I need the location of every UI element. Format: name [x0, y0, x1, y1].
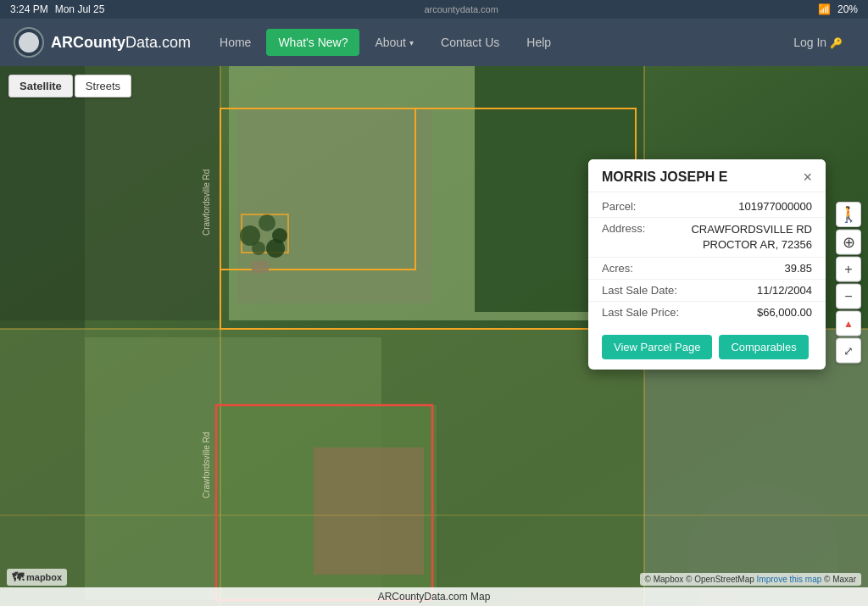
nav-home[interactable]: Home — [208, 29, 263, 56]
nav-login[interactable]: Log In 🔑 — [782, 29, 854, 56]
popup-actions: View Parcel Page Comparables — [588, 326, 826, 370]
map-overlay-buttons: Satellite Streets — [8, 75, 131, 97]
status-bar: 3:24 PM Mon Jul 25 arcountydata.com 📶 20… — [0, 0, 868, 19]
nav-contact[interactable]: Contact Us — [429, 29, 511, 56]
satellite-btn[interactable]: Satellite — [8, 75, 73, 97]
sale-price-label: Last Sale Price: — [602, 306, 679, 319]
navbar: ARCountyData.com Home What's New? About … — [0, 19, 868, 66]
logo[interactable]: ARCountyData.com — [14, 27, 191, 58]
sale-date-value: 11/12/2004 — [757, 284, 812, 297]
map-controls: ⊕ + − ▲ ⤢ — [836, 229, 861, 363]
svg-rect-11 — [314, 448, 424, 575]
status-url: arcountydata.com — [424, 4, 498, 14]
address-value: CRAWFORDSVILLE RD PROCTOR AR, 72356 — [691, 222, 812, 253]
svg-point-24 — [252, 242, 265, 255]
status-time: 3:24 PM — [10, 3, 48, 15]
nav-help[interactable]: Help — [515, 29, 563, 56]
north-button[interactable]: ▲ — [836, 310, 861, 336]
zoom-out-button[interactable]: − — [836, 283, 861, 309]
status-date: Mon Jul 25 — [55, 3, 105, 15]
person-control[interactable]: 🚶 — [836, 202, 861, 227]
popup-address-row: Address: CRAWFORDSVILLE RD PROCTOR AR, 7… — [588, 218, 826, 258]
popup-close-button[interactable]: × — [803, 170, 812, 185]
svg-text:Crawfordsville Rd: Crawfordsville Rd — [202, 170, 211, 236]
mapbox-logo: 🗺 mapbox — [7, 569, 67, 586]
locate-button[interactable]: ⊕ — [836, 229, 861, 254]
map-bottom-bar: ARCountyData.com Map — [0, 587, 868, 606]
popup-sale-date-row: Last Sale Date: 11/12/2004 — [588, 280, 826, 302]
parcel-value: 101977000000 — [738, 200, 812, 213]
map-center-label: ARCountyData.com Map — [378, 591, 491, 603]
zoom-in-button[interactable]: + — [836, 256, 861, 281]
wifi-icon: 📶 — [818, 3, 831, 15]
svg-rect-12 — [644, 329, 868, 606]
popup-header: MORRIS JOSEPH E × — [588, 159, 826, 192]
sale-price-value: $66,000.00 — [757, 306, 812, 319]
acres-label: Acres: — [602, 262, 633, 275]
battery-icon: 20% — [837, 3, 858, 15]
nav-about[interactable]: About — [363, 29, 426, 56]
popup-acres-row: Acres: 39.85 — [588, 258, 826, 280]
improve-map-link[interactable]: Improve this map — [757, 575, 822, 584]
svg-rect-26 — [252, 261, 269, 273]
view-parcel-button[interactable]: View Parcel Page — [602, 335, 712, 359]
map-container[interactable]: Crawfordsville Rd Crawfordsville Rd Sate… — [0, 66, 868, 606]
logo-icon — [14, 27, 44, 58]
popup-parcel-row: Parcel: 101977000000 — [588, 196, 826, 218]
sale-date-label: Last Sale Date: — [602, 284, 677, 297]
nav-whats-new[interactable]: What's New? — [266, 29, 359, 56]
popup-body: Parcel: 101977000000 Address: CRAWFORDSV… — [588, 192, 826, 326]
address-label: Address: — [602, 222, 645, 253]
parcel-label: Parcel: — [602, 200, 636, 213]
svg-rect-4 — [237, 108, 432, 303]
svg-point-22 — [259, 214, 275, 231]
parcel-popup: MORRIS JOSEPH E × Parcel: 101977000000 A… — [588, 159, 826, 370]
logo-text: ARCountyData.com — [51, 34, 191, 52]
map-attribution-right: © Mapbox © OpenStreetMap Improve this ma… — [640, 573, 861, 586]
streets-btn[interactable]: Streets — [75, 75, 131, 97]
acres-value: 39.85 — [784, 262, 812, 275]
popup-owner-name: MORRIS JOSEPH E — [602, 170, 727, 185]
comparables-button[interactable]: Comparables — [719, 335, 808, 359]
svg-text:Crawfordsville Rd: Crawfordsville Rd — [202, 432, 211, 498]
fullscreen-button[interactable]: ⤢ — [836, 337, 861, 363]
svg-point-25 — [266, 239, 285, 258]
popup-sale-price-row: Last Sale Price: $66,000.00 — [588, 302, 826, 323]
